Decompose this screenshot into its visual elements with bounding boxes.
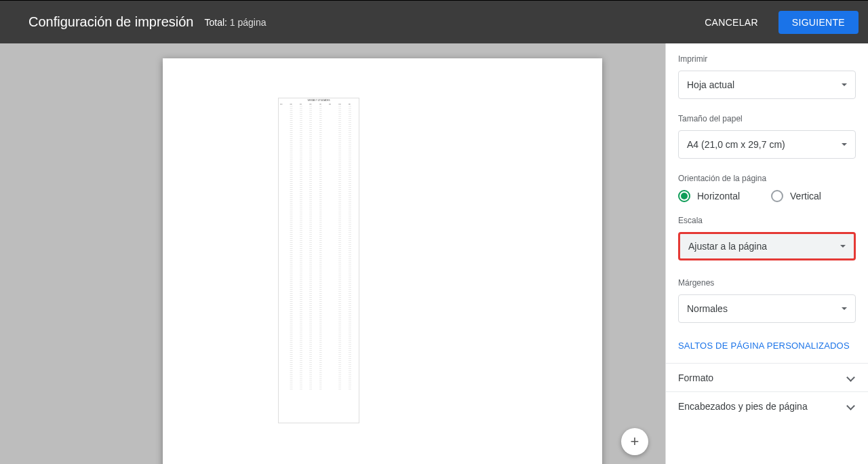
orientation-label: Orientación de la página — [678, 174, 856, 183]
preview-doc-title: VENTAS Y UTILIDADES — [280, 100, 357, 102]
print-field-label: Imprimir — [678, 54, 856, 64]
chevron-down-icon — [840, 245, 846, 248]
print-target-dropdown[interactable]: Hoja actual — [678, 71, 856, 99]
chevron-down-icon — [845, 401, 856, 412]
print-settings-panel: Imprimir Hoja actual Tamaño del papel A4… — [665, 43, 868, 464]
cancel-button[interactable]: CANCELAR — [696, 12, 766, 33]
next-button[interactable]: SIGUIENTE — [778, 11, 859, 34]
zoom-in-fab[interactable]: + — [621, 428, 648, 455]
chevron-down-icon — [842, 83, 847, 86]
paper-size-label: Tamaño del papel — [678, 114, 856, 123]
orientation-horizontal-radio[interactable]: Horizontal — [678, 190, 740, 202]
format-accordion-label: Formato — [678, 372, 713, 383]
radio-selected-icon — [678, 190, 690, 202]
header-bar: Configuración de impresión Total: 1 pági… — [0, 0, 868, 43]
margins-dropdown[interactable]: Normales — [678, 294, 856, 323]
page-title: Configuración de impresión — [28, 14, 193, 30]
page-preview: VENTAS Y UTILIDADES ColColColColColColCo… — [163, 58, 602, 464]
paper-size-dropdown[interactable]: A4 (21,0 cm x 29,7 cm) — [678, 130, 856, 159]
preview-area: VENTAS Y UTILIDADES ColColColColColColCo… — [0, 43, 665, 464]
margins-value: Normales — [687, 303, 728, 314]
orientation-vertical-label: Vertical — [790, 191, 821, 201]
scale-dropdown[interactable]: Ajustar a la página — [678, 232, 856, 260]
chevron-down-icon — [842, 307, 847, 310]
headers-footers-label: Encabezados y pies de página — [678, 401, 808, 412]
print-target-value: Hoja actual — [687, 79, 734, 90]
custom-page-breaks-link[interactable]: SALTOS DE PÁGINA PERSONALIZADOS — [678, 338, 856, 363]
scale-value: Ajustar a la página — [688, 241, 767, 252]
preview-content: VENTAS Y UTILIDADES ColColColColColColCo… — [278, 98, 359, 423]
chevron-down-icon — [845, 372, 856, 383]
plus-icon: + — [631, 433, 639, 450]
total-pages: Total: 1 página — [204, 17, 266, 28]
paper-size-value: A4 (21,0 cm x 29,7 cm) — [687, 139, 785, 150]
orientation-vertical-radio[interactable]: Vertical — [771, 190, 821, 202]
headers-footers-accordion[interactable]: Encabezados y pies de página — [666, 391, 868, 420]
format-accordion[interactable]: Formato — [666, 363, 868, 391]
header-actions: CANCELAR SIGUIENTE — [696, 11, 859, 34]
radio-unselected-icon — [771, 190, 783, 202]
chevron-down-icon — [842, 143, 847, 146]
scale-label: Escala — [678, 216, 856, 225]
orientation-horizontal-label: Horizontal — [697, 191, 740, 201]
margins-label: Márgenes — [678, 278, 856, 288]
